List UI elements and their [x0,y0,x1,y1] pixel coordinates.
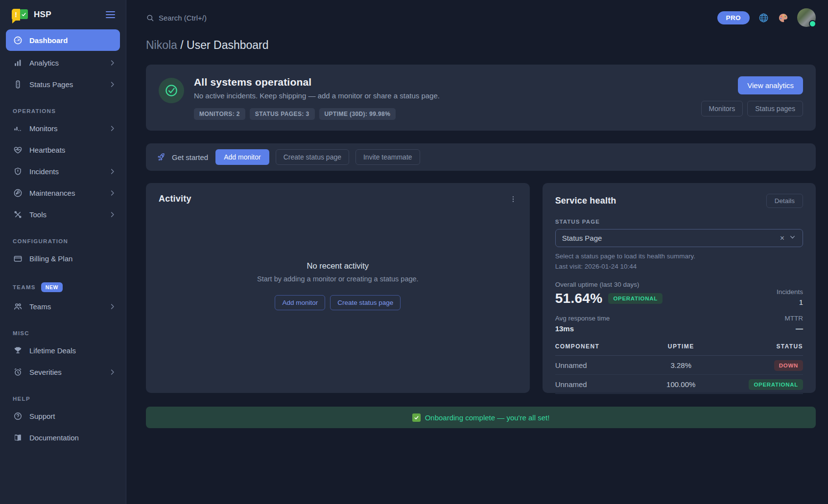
details-button[interactable]: Details [766,194,803,208]
sidebar-item-lifetime-deals[interactable]: Lifetime Deals [0,340,126,361]
theme-palette-icon[interactable] [778,12,789,23]
sidebar-item-severities[interactable]: Severities [0,361,126,383]
sidebar-item-support[interactable]: Support [0,405,126,427]
shield-alert-icon [13,166,23,176]
question-circle-icon [13,411,23,421]
topbar: PRO [126,0,828,32]
sidebar-item-heartbeats[interactable]: Heartbeats [0,139,126,160]
status-page-select[interactable]: Status Page × [555,229,803,247]
chevron-right-icon [109,125,116,132]
pro-badge[interactable]: PRO [717,11,750,24]
operational-badge: OPERATIONAL [608,293,662,304]
kebab-menu-icon[interactable] [509,195,517,203]
sidebar-item-dashboard[interactable]: Dashboard [6,29,120,51]
sidebar-item-label: Support [29,412,55,420]
sidebar-section-help: HELP [0,396,126,402]
table-header-row: COMPONENT UPTIME STATUS [555,343,803,356]
table-row[interactable]: Unnamed 3.28% DOWN [555,356,803,375]
sidebar-item-billing-plan[interactable]: Billing & Plan [0,248,126,269]
tools-icon [13,209,23,219]
hamburger-menu-icon[interactable] [106,11,115,18]
book-icon [13,433,23,442]
sidebar-section-misc: MISC [0,330,126,336]
sidebar-item-status-pages[interactable]: Status Pages [0,73,126,95]
banner-text: Onboarding complete — you're all set! [425,413,550,422]
breadcrumb-separator: / [180,39,187,51]
search-box[interactable] [146,14,315,22]
breadcrumb-parent[interactable]: Nikola [146,39,177,51]
monitors-count-chip: MONITORS: 2 [194,108,245,120]
activity-title: Activity [159,194,191,204]
sidebar-item-label: Analytics [29,59,59,67]
invite-teammate-button[interactable]: Invite teammate [355,149,420,165]
hero-stats: MONITORS: 2 STATUS PAGES: 3 UPTIME (30D)… [194,108,440,120]
activity-empty-state: No recent activity Start by adding a mon… [159,204,517,382]
sidebar-item-analytics[interactable]: Analytics [0,52,126,73]
status-pages-count-chip: STATUS PAGES: 3 [250,108,315,120]
sidebar-item-documentation[interactable]: Documentation [0,427,126,448]
service-health-title: Service health [555,196,616,206]
sidebar-item-label: Severities [29,368,62,376]
globe-icon[interactable] [758,12,769,23]
chevron-right-icon [109,303,116,310]
status-pages-button[interactable]: Status pages [747,101,803,116]
sidebar-item-label: Teams [29,302,51,311]
topbar-right: PRO [717,8,816,27]
chevron-right-icon [109,189,116,197]
monitors-button[interactable]: Monitors [701,101,743,116]
table-row[interactable]: Unnamed 100.00% OPERATIONAL [555,375,803,394]
sidebar-item-monitors[interactable]: Monitors [0,117,126,139]
gauge-icon [13,35,23,45]
trophy-icon [13,345,23,355]
sidebar: ! HSP Dashboard Analytics [0,0,126,504]
sidebar-section-operations: OPERATIONS [0,108,126,114]
sidebar-section-configuration: CONFIGURATION [0,238,126,244]
incidents-value: 1 [777,298,803,306]
sidebar-item-label: Heartbeats [29,146,65,154]
onboarding-complete-banner: Onboarding complete — you're all set! [146,407,816,428]
empty-state-subtitle: Start by adding a monitor or creating a … [257,275,419,283]
logo-row: ! HSP [0,0,126,27]
hero-title: All systems operational [194,76,440,88]
logo-check-icon [20,9,28,19]
add-monitor-button[interactable]: Add monitor [215,149,269,165]
monitors-icon [13,123,23,133]
operational-badge: OPERATIONAL [749,379,803,390]
user-avatar[interactable] [797,8,816,27]
app-logo-icon: ! [12,9,28,21]
get-started-strip: Get started Add monitor Create status pa… [146,143,816,171]
breadcrumb-current: User Dashboard [187,39,268,51]
empty-state-title: No recent activity [307,261,369,271]
sidebar-item-tools[interactable]: Tools [0,204,126,225]
activity-card: Activity No recent activity Start by add… [146,183,530,393]
down-badge: DOWN [774,360,803,371]
sidebar-item-label: Maintenances [29,189,75,197]
chevron-down-icon[interactable] [789,233,796,243]
chevron-right-icon [109,168,116,175]
clear-icon[interactable]: × [780,234,784,242]
sidebar-item-label: Tools [29,210,47,219]
chevron-right-icon [109,211,116,218]
logo-exclamation-icon: ! [12,9,20,21]
sidebar-item-label: Status Pages [29,80,73,89]
app-title: HSP [34,10,51,20]
create-status-page-button[interactable]: Create status page [330,295,401,310]
cards-row: Activity No recent activity Start by add… [146,183,816,393]
add-monitor-button[interactable]: Add monitor [275,295,325,310]
rocket-icon [157,153,166,161]
col-status: STATUS [719,343,803,350]
last-visit-text: Last visit: 2026-01-24 10:44 [555,263,803,270]
content: Nikola / User Dashboard All systems oper… [126,32,828,428]
view-analytics-button[interactable]: View analytics [738,76,803,94]
create-status-page-button[interactable]: Create status page [276,149,349,165]
chevron-right-icon [109,81,116,88]
select-helper-text: Select a status page to load its health … [555,252,803,260]
sidebar-item-incidents[interactable]: Incidents [0,160,126,182]
alarm-clock-icon [13,367,23,377]
component-uptime: 3.28% [643,361,719,369]
status-page-select-value: Status Page [562,234,602,242]
sidebar-item-maintenances[interactable]: Maintenances [0,182,126,204]
main-area: PRO Nikola / User Dashboard [126,0,828,504]
search-input[interactable] [159,14,315,22]
sidebar-item-teams[interactable]: Teams [0,296,126,317]
